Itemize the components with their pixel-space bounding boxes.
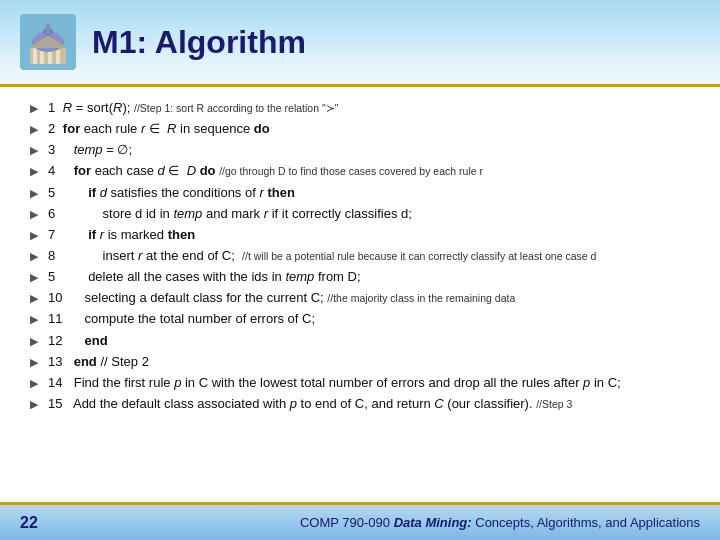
bullet-icon: ▶ (30, 333, 40, 350)
header-title: M1: Algorithm (92, 24, 306, 61)
list-item: ▶ 11 compute the total number of errors … (30, 309, 690, 329)
bullet-icon: ▶ (30, 121, 40, 138)
svg-rect-9 (46, 24, 50, 34)
list-item: ▶ 1 R = sort(R); //Step 1: sort R accord… (30, 98, 690, 118)
list-item: ▶ 12 end (30, 331, 690, 351)
logo-icon (20, 14, 76, 70)
bullet-icon: ▶ (30, 290, 40, 307)
list-item: ▶ 5 if d satisfies the conditions of r t… (30, 183, 690, 203)
bullet-icon: ▶ (30, 142, 40, 159)
bullet-icon: ▶ (30, 185, 40, 202)
footer: 22 COMP 790-090 Data Mining: Concepts, A… (0, 502, 720, 540)
list-item: ▶ 8 insert r at the end of C; //t will b… (30, 246, 690, 266)
footer-course-info: COMP 790-090 Data Mining: Concepts, Algo… (300, 515, 700, 530)
bullet-icon: ▶ (30, 311, 40, 328)
list-item: ▶ 5 delete all the cases with the ids in… (30, 267, 690, 287)
book-title: Data Mining: (394, 515, 472, 530)
header: M1: Algorithm (0, 0, 720, 87)
book-subtitle: Concepts, Algorithms, and Applications (475, 515, 700, 530)
bullet-icon: ▶ (30, 206, 40, 223)
bullet-icon: ▶ (30, 100, 40, 117)
bullet-icon: ▶ (30, 269, 40, 286)
list-item: ▶ 7 if r is marked then (30, 225, 690, 245)
page-number: 22 (20, 514, 38, 532)
bullet-icon: ▶ (30, 354, 40, 371)
list-item: ▶ 14 Find the first rule p in C with the… (30, 373, 690, 393)
main-content: ▶ 1 R = sort(R); //Step 1: sort R accord… (0, 87, 720, 419)
list-item: ▶ 2 for each rule r ∈ R in sequence do (30, 119, 690, 139)
list-item: ▶ 13 end // Step 2 (30, 352, 690, 372)
list-item: ▶ 3 temp = ∅; (30, 140, 690, 160)
bullet-icon: ▶ (30, 163, 40, 180)
bullet-icon: ▶ (30, 396, 40, 413)
list-item: ▶ 6 store d id in temp and mark r if it … (30, 204, 690, 224)
bullet-icon: ▶ (30, 375, 40, 392)
bullet-icon: ▶ (30, 248, 40, 265)
list-item: ▶ 4 for each case d ∈ D do //go through … (30, 161, 690, 181)
bullet-icon: ▶ (30, 227, 40, 244)
list-item: ▶ 10 selecting a default class for the c… (30, 288, 690, 308)
course-code: COMP 790-090 (300, 515, 390, 530)
list-item: ▶ 15 Add the default class associated wi… (30, 394, 690, 414)
